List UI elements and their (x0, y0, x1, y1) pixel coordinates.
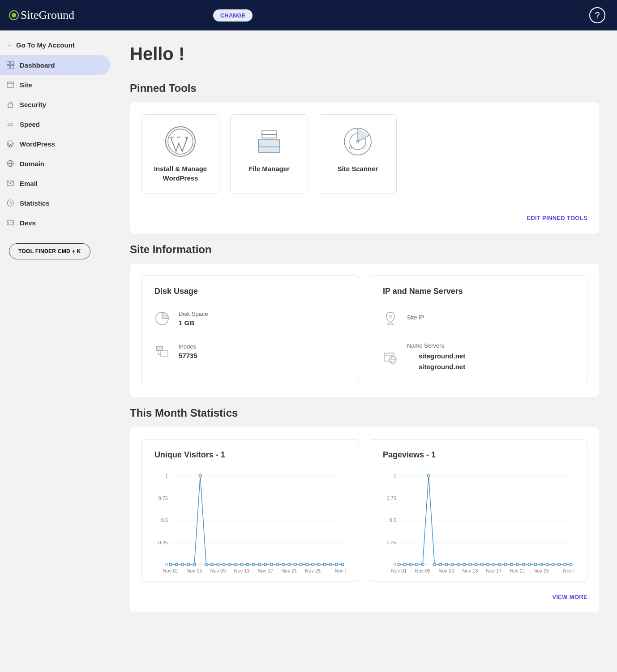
svg-point-61 (235, 563, 237, 566)
site-info-heading: Site Information (130, 243, 599, 256)
wordpress-icon (6, 140, 14, 148)
site-info-panel: Disk Usage Disk Space 1 GB (130, 264, 599, 397)
back-label: Go To My Account (16, 41, 75, 49)
site-icon (6, 81, 14, 89)
sidebar-item-label: Devs (20, 219, 36, 227)
svg-point-59 (223, 563, 225, 566)
svg-text:Nov 17: Nov 17 (486, 568, 501, 573)
sidebar: ← Go To My Account Dashboard Site Securi… (0, 30, 112, 626)
svg-point-122 (540, 563, 543, 566)
tool-card-file-manager[interactable]: File Manager (230, 114, 308, 194)
change-button[interactable]: CHANGE (213, 9, 253, 22)
svg-point-77 (330, 563, 332, 566)
tool-card-wordpress[interactable]: Install & Manage WordPress (141, 114, 219, 194)
svg-point-110 (469, 563, 471, 566)
svg-rect-19 (262, 131, 276, 134)
unique-visitors-chart: 00.250.50.751Nov 01Nov 05Nov 09Nov 13Nov… (154, 473, 346, 576)
file-manager-icon (253, 125, 285, 158)
nameservers-label: Name Servers (407, 342, 465, 349)
statistics-heading: This Month Statistics (130, 407, 599, 419)
main-content: Hello ! Pinned Tools Install & Manage Wo… (112, 30, 617, 626)
statistics-panel: Unique Visitors - 1 00.250.50.751Nov 01N… (130, 427, 599, 612)
sidebar-item-label: Speed (20, 121, 40, 128)
svg-text:0.75: 0.75 (159, 495, 168, 501)
logo-icon (9, 10, 19, 20)
svg-point-73 (306, 563, 308, 566)
svg-point-63 (246, 563, 249, 566)
svg-point-60 (228, 563, 231, 566)
svg-point-106 (445, 563, 448, 566)
pageviews-card: Pageviews - 1 00.250.50.751Nov 01Nov 05N… (370, 439, 587, 582)
svg-point-126 (564, 563, 566, 566)
scanner-icon (342, 125, 374, 158)
svg-point-74 (312, 563, 314, 566)
location-pin-icon (383, 310, 398, 326)
svg-point-15 (168, 129, 193, 154)
pageviews-title: Pageviews - 1 (383, 450, 574, 460)
sidebar-item-label: Statistics (20, 199, 50, 207)
svg-rect-4 (7, 82, 13, 87)
sidebar-item-security[interactable]: Security (0, 95, 112, 114)
svg-text:Nov 13: Nov 13 (462, 568, 478, 573)
svg-text:0: 0 (165, 562, 168, 567)
sidebar-item-devs[interactable]: Devs (0, 213, 112, 233)
tool-card-site-scanner[interactable]: Site Scanner (319, 114, 397, 194)
svg-point-98 (398, 563, 400, 566)
svg-point-56 (205, 563, 207, 566)
svg-point-75 (317, 563, 320, 566)
brand-text: SiteGround (21, 9, 74, 22)
svg-point-79 (341, 563, 344, 566)
svg-text:Nov 30: Nov 30 (335, 568, 346, 573)
svg-text:Nov 09: Nov 09 (439, 568, 454, 573)
svg-point-119 (522, 563, 525, 566)
disk-space-value: 1 GB (179, 319, 208, 327)
clock-icon (6, 199, 14, 207)
wordpress-tool-icon (164, 125, 197, 158)
tool-finder-button[interactable]: TOOL FINDER CMD + K (9, 243, 90, 259)
svg-point-67 (270, 563, 273, 566)
svg-text:0.5: 0.5 (161, 517, 168, 523)
brand-logo[interactable]: SiteGround (9, 9, 74, 22)
svg-text:0.25: 0.25 (387, 540, 396, 545)
sidebar-item-wordpress[interactable]: WordPress (0, 134, 112, 154)
svg-point-55 (199, 474, 201, 477)
sidebar-item-email[interactable]: Email (0, 173, 112, 193)
tool-label: Site Scanner (338, 164, 378, 173)
sidebar-item-label: WordPress (20, 140, 55, 148)
help-button[interactable]: ? (589, 7, 605, 23)
svg-point-105 (439, 563, 442, 566)
lock-icon (6, 100, 14, 108)
svg-point-68 (276, 563, 279, 566)
svg-point-111 (475, 563, 477, 566)
svg-point-71 (294, 563, 296, 566)
sidebar-item-label: Domain (20, 160, 44, 168)
svg-rect-0 (7, 61, 10, 65)
inodes-label: Inodes (179, 343, 197, 350)
svg-point-57 (211, 563, 214, 566)
sidebar-item-dashboard[interactable]: Dashboard (0, 55, 110, 75)
back-to-account-link[interactable]: ← Go To My Account (0, 35, 112, 55)
svg-text:1: 1 (165, 473, 168, 478)
inodes-icon (154, 344, 170, 359)
sidebar-item-speed[interactable]: Speed (0, 114, 112, 134)
sidebar-item-label: Security (20, 101, 46, 108)
app-header: SiteGround CHANGE ? (0, 0, 617, 30)
svg-text:0: 0 (394, 562, 396, 567)
svg-text:Nov 21: Nov 21 (281, 568, 297, 573)
sidebar-item-statistics[interactable]: Statistics (0, 193, 112, 213)
svg-point-120 (528, 563, 531, 566)
svg-point-109 (463, 563, 466, 566)
svg-text:Nov 09: Nov 09 (210, 568, 226, 573)
ip-nameservers-card: IP and Name Servers Site IP (370, 276, 587, 385)
svg-point-115 (498, 563, 501, 566)
unique-visitors-card: Unique Visitors - 1 00.250.50.751Nov 01N… (141, 439, 359, 582)
disk-usage-title: Disk Usage (154, 287, 346, 296)
svg-text:0.5: 0.5 (390, 517, 396, 523)
sidebar-item-domain[interactable]: Domain (0, 154, 112, 173)
svg-text:1: 1 (394, 473, 396, 478)
svg-text:0.25: 0.25 (159, 540, 168, 545)
edit-pinned-tools-link[interactable]: EDIT PINNED TOOLS (527, 215, 587, 221)
svg-point-31 (389, 315, 392, 318)
view-more-link[interactable]: VIEW MORE (552, 594, 587, 600)
sidebar-item-site[interactable]: Site (0, 75, 112, 95)
